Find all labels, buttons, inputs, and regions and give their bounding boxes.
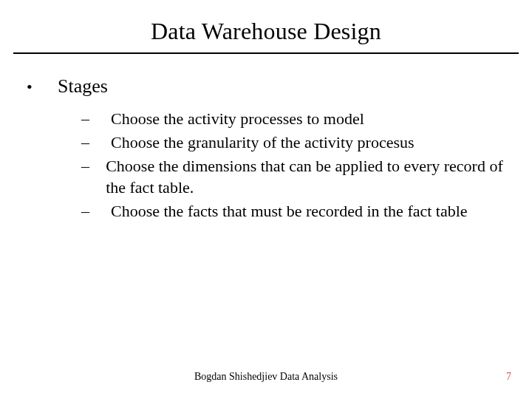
list-item: – Choose the dimensions that can be appl… <box>81 155 511 199</box>
list-item-text: Choose the dimensions that can be applie… <box>106 155 511 199</box>
list-item: – Choose the granularity of the activity… <box>81 132 511 154</box>
list-item-text: Choose the facts that must be recorded i… <box>111 200 468 222</box>
dash-icon: – <box>81 200 111 222</box>
bullet-dot-icon: • <box>21 78 58 97</box>
list-item: – Choose the activity processes to model <box>81 108 511 130</box>
content-area: • Stages – Choose the activity processes… <box>0 54 532 222</box>
page-number: 7 <box>506 371 511 383</box>
list-item-text: Choose the activity processes to model <box>111 108 364 130</box>
slide-footer: Bogdan Shishedjiev Data Analysis 7 <box>0 371 532 383</box>
list-level1-text: Stages <box>58 75 108 98</box>
slide: Data Warehouse Design • Stages – Choose … <box>0 0 532 399</box>
list-level2: – Choose the activity processes to model… <box>81 108 511 222</box>
dash-icon: – <box>81 132 111 154</box>
page-title: Data Warehouse Design <box>0 18 532 45</box>
list-item: – Choose the facts that must be recorded… <box>81 200 511 222</box>
dash-icon: – <box>81 155 106 177</box>
list-item-text: Choose the granularity of the activity p… <box>111 132 415 154</box>
footer-author-text: Bogdan Shishedjiev Data Analysis <box>0 371 532 383</box>
title-wrap: Data Warehouse Design <box>0 0 532 45</box>
dash-icon: – <box>81 108 111 130</box>
list-level1-row: • Stages <box>21 75 511 98</box>
